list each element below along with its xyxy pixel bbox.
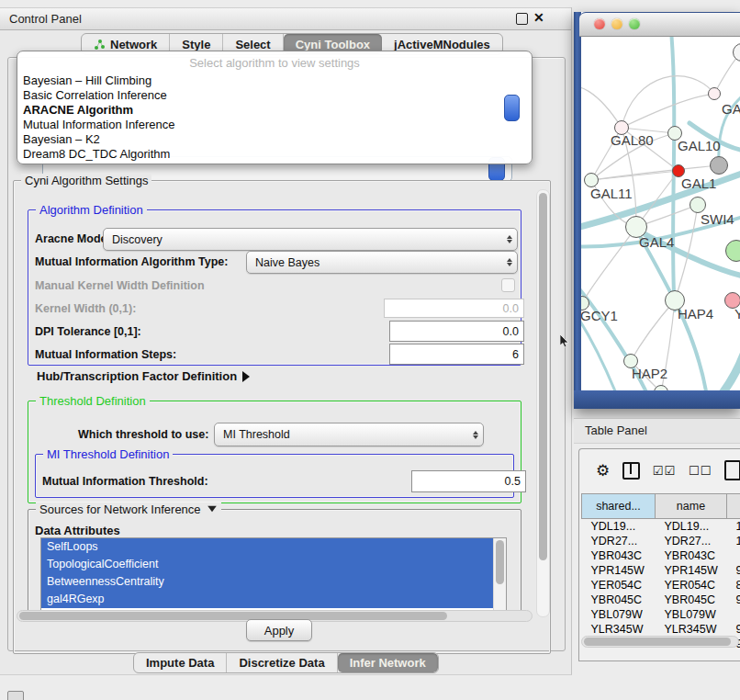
new-table-icon[interactable] — [724, 460, 740, 480]
group-title: Algorithm Definition — [36, 203, 147, 217]
table-panel-title: Table Panel — [585, 423, 647, 437]
aracne-mode-combo[interactable]: Discovery — [103, 228, 518, 251]
mi-type-label: Mutual Information Algorithm Type: — [35, 255, 228, 268]
node-label: SWI4 — [701, 211, 734, 227]
float-panel-icon[interactable] — [7, 691, 24, 700]
float-panel-icon[interactable] — [516, 13, 528, 25]
list-item[interactable]: TopologicalCoefficient — [41, 556, 506, 573]
deselect-all-checkboxes-icon[interactable]: ☐☐ — [689, 464, 712, 478]
table-hscrollbar[interactable] — [581, 636, 739, 648]
table-row[interactable]: YDL19...YDL19...13 — [582, 519, 740, 535]
zoom-traffic-light-icon[interactable] — [629, 18, 640, 29]
dropdown-option[interactable]: Dream8 DC_TDC Algorithm — [23, 147, 170, 161]
combo-arrows-icon — [502, 235, 517, 243]
tab-label: Impute Data — [146, 656, 214, 670]
hub-definition-label: Hub/Transcription Factor Definition — [37, 369, 237, 383]
hub-definition-expander[interactable]: Hub/Transcription Factor Definition — [37, 369, 250, 383]
dpi-tolerance-field[interactable]: 0.0 — [389, 321, 524, 342]
tab-label: Infer Network — [350, 656, 426, 670]
tab-label: Select — [235, 38, 270, 51]
dropdown-option[interactable]: Basic Correlation Inference — [23, 88, 167, 102]
column-header-partial[interactable]: A — [727, 494, 740, 519]
dropdown-placeholder: Select algorithm to view settings — [17, 56, 532, 70]
network-window-frame — [574, 390, 740, 409]
scrollbar-thumb[interactable] — [19, 612, 447, 620]
table-panel-titlebar[interactable]: Table Panel — [574, 418, 740, 444]
node-label: GAL — [722, 101, 740, 117]
column-header-name[interactable]: name — [656, 494, 727, 519]
network-window-titlebar[interactable] — [579, 12, 740, 37]
network-window-frame — [574, 12, 581, 409]
mi-steps-label: Mutual Information Steps: — [35, 348, 176, 361]
mi-threshold-field[interactable]: 0.5 — [411, 470, 526, 492]
list-item[interactable]: BetweennessCentrality — [41, 573, 506, 591]
table-row[interactable]: YBL079WYBL079W — [582, 607, 740, 622]
combo-arrows-icon — [468, 431, 483, 439]
select-all-checkboxes-icon[interactable]: ☑☑ — [653, 464, 676, 478]
tab-label: Style — [182, 38, 210, 51]
minimize-traffic-light-icon[interactable] — [611, 18, 622, 29]
network-canvas[interactable]: GALGAL80GAL10GAL1GAL11SWI4GAL4GCY1HAP4YH… — [579, 35, 740, 390]
kernel-width-label: Kernel Width (0,1): — [35, 302, 136, 315]
which-threshold-combo[interactable]: MI Threshold — [214, 423, 484, 446]
node-label: HAP2 — [632, 366, 667, 381]
combo-spinner-icon[interactable] — [504, 95, 520, 121]
apply-button[interactable]: Apply — [246, 619, 312, 641]
mi-type-combo[interactable]: Naive Bayes — [246, 251, 518, 274]
group-title: Threshold Definition — [36, 394, 150, 408]
list-scrollbar[interactable] — [493, 538, 506, 612]
settings-scrollbar[interactable] — [536, 189, 550, 617]
data-attributes-list[interactable]: SelfLoops TopologicalCoefficient Between… — [40, 537, 507, 613]
control-panel-titlebar[interactable]: Control Panel ✕ — [0, 7, 571, 30]
table-row[interactable]: YBR045CYBR045C9. — [582, 593, 740, 607]
field-value: 0.5 — [505, 475, 521, 488]
scrollbar-thumb[interactable] — [496, 540, 504, 584]
node-label: GAL4 — [639, 234, 674, 250]
close-traffic-light-icon[interactable] — [594, 18, 605, 29]
dropdown-option[interactable]: Bayesian – Hill Climbing — [23, 73, 151, 87]
list-item[interactable]: SelfLoops — [41, 538, 506, 556]
column-header-shared-name[interactable]: shared... — [582, 494, 656, 519]
cyni-bottom-tabbar: Impute Data Discretize Data Infer Networ… — [133, 652, 439, 673]
control-panel-title: Control Panel — [9, 12, 82, 26]
column-layout-icon[interactable] — [622, 462, 640, 480]
tab-label: jActiveMNodules — [394, 38, 490, 51]
algorithm-dropdown-list: Select algorithm to view settings Bayesi… — [17, 51, 533, 164]
gear-icon[interactable]: ⚙ — [596, 461, 610, 480]
tab-label: Cyni Toolbox — [296, 38, 370, 51]
table-row[interactable]: YPR145WYPR145W9. — [582, 563, 740, 578]
node-label: HAP4 — [678, 306, 713, 322]
list-item[interactable]: gal4RGexp — [41, 591, 506, 608]
combo-arrows-icon — [502, 258, 517, 266]
dropdown-option[interactable]: Bayesian – K2 — [23, 132, 100, 146]
table-row[interactable]: YLR345WYLR345W9. — [582, 622, 740, 637]
scrollbar-thumb[interactable] — [584, 638, 731, 646]
table-panel: ⚙ ☑☑ ☐☐ shared... name A YDL19...YDL19..… — [578, 448, 740, 661]
node-label: GCY1 — [580, 308, 618, 323]
desktop: Control Panel ✕ Network Style Select Cyn… — [0, 0, 740, 700]
node-label: Y — [734, 306, 740, 322]
node-label: GAL1 — [681, 175, 716, 191]
kernel-width-field[interactable]: 0.0 — [384, 299, 524, 318]
tab-impute-data[interactable]: Impute Data — [134, 653, 227, 672]
manual-kernel-checkbox[interactable] — [501, 278, 515, 292]
table-row[interactable]: YBR043CYBR043C — [582, 548, 740, 563]
table-row[interactable]: YER054CYER054C8. — [582, 578, 740, 593]
tab-infer-network[interactable]: Infer Network — [338, 653, 438, 672]
mi-steps-field[interactable]: 6 — [389, 344, 524, 365]
data-attributes-label: Data Attributes — [35, 524, 120, 537]
dropdown-option-selected[interactable]: ARACNE Algorithm — [23, 103, 133, 117]
field-value: 6 — [512, 348, 519, 361]
dropdown-option[interactable]: Mutual Information Inference — [23, 118, 174, 131]
scrollbar-thumb[interactable] — [539, 193, 547, 560]
chevron-right-icon — [242, 371, 250, 382]
table-toolbar: ⚙ ☑☑ ☐☐ — [579, 449, 740, 491]
manual-kernel-label: Manual Kernel Width Definition — [35, 279, 205, 292]
network-node[interactable] — [708, 87, 721, 100]
group-title: MI Threshold Definition — [43, 447, 173, 461]
tab-discretize-data[interactable]: Discretize Data — [227, 653, 337, 672]
network-node[interactable] — [710, 156, 728, 175]
apply-label: Apply — [264, 624, 295, 638]
table-row[interactable]: YDR27...YDR27...12 — [582, 534, 740, 548]
close-icon[interactable]: ✕ — [533, 10, 544, 25]
